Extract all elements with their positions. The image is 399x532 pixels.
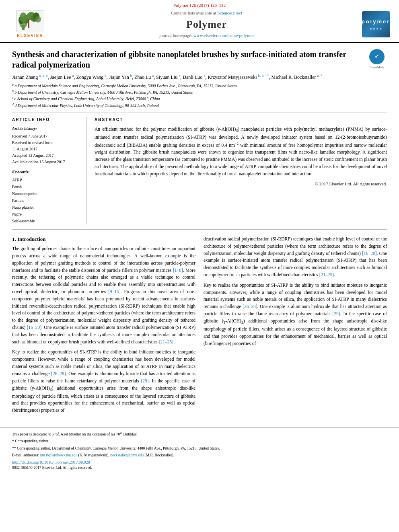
svg-rect-5 bbox=[28, 19, 29, 28]
ref-26-28-right[interactable]: [26–28] bbox=[243, 304, 257, 309]
body-right-column: deactivation radical polymerization (SI-… bbox=[204, 236, 387, 417]
body-content: 1. Introduction The grafting of polymer … bbox=[12, 236, 387, 417]
intro-paragraph1: The grafting of polymer chains to the su… bbox=[12, 245, 195, 345]
body-left-column: 1. Introduction The grafting of polymer … bbox=[12, 236, 195, 417]
main-content: Synthesis and characterization of gibbsi… bbox=[0, 43, 399, 424]
article-title-section: Synthesis and characterization of gibbsi… bbox=[12, 49, 387, 113]
journal-meta: Polymer 126 (2017) 126–132 bbox=[173, 2, 226, 8]
article-title-text: Synthesis and characterization of gibbsi… bbox=[12, 49, 361, 109]
keyword-nanoplatelet: Nano platelet bbox=[12, 204, 81, 211]
footnote-corresponding1: * Corresponding author. bbox=[12, 438, 387, 444]
abstract-column: ABSTRACT An efficient method for the pol… bbox=[95, 117, 387, 224]
footnote1: This paper is dedicated to Prof. Axel Mu… bbox=[12, 431, 387, 437]
affiliations: a a Department of Materials Science and … bbox=[12, 82, 361, 109]
page-container: Polymer 126 (2017) 126–132 bbox=[0, 0, 399, 474]
keyword-selfassembly: Self-assembly bbox=[12, 218, 81, 224]
crossmark-badge: ✓ CrossMark bbox=[367, 49, 387, 70]
keywords-section: Keywords: ATRP Brush Nanocomposite Parti… bbox=[12, 169, 81, 224]
ref-26-28[interactable]: [26–28] bbox=[51, 371, 66, 376]
journal-header: Polymer 126 (2017) 126–132 bbox=[0, 0, 399, 43]
article-history-label: Article history: bbox=[12, 126, 81, 131]
authors-line: Jianan Zhang a, b, c, Jaejun Lee a, Zong… bbox=[12, 73, 361, 81]
ref-21-25[interactable]: [21–25] bbox=[159, 339, 173, 344]
crossmark-label: CrossMark bbox=[370, 65, 384, 70]
homepage-link[interactable]: www.elsevier.com/locate/polymer bbox=[193, 33, 254, 38]
accepted-date: Accepted 12 August 2017 bbox=[12, 152, 81, 159]
svg-point-9 bbox=[35, 16, 41, 23]
keywords-label: Keywords: bbox=[12, 169, 81, 175]
page-footer: This paper is dedicated to Prof. Axel Mu… bbox=[0, 427, 399, 474]
article-info-column: ARTICLE INFO Article history: Received 7… bbox=[12, 117, 86, 224]
ref-9-15[interactable]: [9–15] bbox=[108, 289, 121, 294]
svg-point-4 bbox=[20, 12, 27, 22]
issn-line: 0032-3861/© 2017 Elsevier Ltd. All right… bbox=[12, 465, 387, 470]
ref-21-25-right[interactable]: [21–25] bbox=[319, 272, 334, 277]
intro-paragraph2: Key to realize the opportunities of SI-A… bbox=[12, 349, 195, 414]
homepage-line: journal homepage: www.elsevier.com/locat… bbox=[56, 33, 357, 39]
journal-name: Polymer bbox=[56, 17, 357, 32]
available-online: Available online 15 August 2017 bbox=[12, 159, 81, 165]
received-date: Received 7 June 2017 bbox=[12, 133, 81, 140]
ref-29[interactable]: [29] bbox=[141, 378, 148, 383]
article-info-abstract-section: ARTICLE INFO Article history: Received 7… bbox=[12, 117, 387, 230]
ref-16-20-right[interactable]: [16–20] bbox=[362, 251, 376, 256]
journal-center: Contents lists available at ScienceDirec… bbox=[52, 10, 361, 39]
footnote-emails: E-mail addresses: km3b@andrew.cmu.edu (K… bbox=[12, 452, 387, 458]
doi-anchor[interactable]: http://dx.doi.org/10.1016/j.polymer.2017… bbox=[12, 460, 90, 464]
revised-label: Received in revised form bbox=[12, 140, 81, 146]
elsevier-logo: ELSEVIER bbox=[8, 10, 52, 39]
keyword-atrp: ATRP bbox=[12, 177, 81, 183]
abstract-heading: ABSTRACT bbox=[95, 117, 387, 123]
elsevier-tree-image bbox=[16, 10, 44, 32]
sciencedirect-line: Contents lists available at ScienceDirec… bbox=[56, 10, 357, 16]
keyword-brush: Brush bbox=[12, 183, 81, 190]
article-info-heading: ARTICLE INFO bbox=[12, 117, 81, 123]
keyword-nanocomposite: Nanocomposite bbox=[12, 190, 81, 197]
email-link-2[interactable]: bockstaller@cmu.edu bbox=[110, 453, 144, 457]
abstract-text: An efficient method for the polymer modi… bbox=[95, 126, 387, 178]
crossmark-icon: ✓ bbox=[369, 49, 385, 64]
sciencedirect-link[interactable]: ScienceDirect bbox=[217, 10, 242, 15]
ref-16-20[interactable]: [16–20] bbox=[27, 325, 41, 330]
polymer-logo-decoration: ■ ■ ■ ■ bbox=[370, 27, 382, 31]
right-paragraph2: Key to realize the opportunities of SI-A… bbox=[204, 282, 387, 347]
ref-1-8[interactable]: [1–8] bbox=[173, 268, 183, 273]
keyword-nacre: Nacre bbox=[12, 211, 81, 218]
article-title: Synthesis and characterization of gibbsi… bbox=[12, 49, 361, 70]
footnote-corresponding2: ** Corresponding author. Department of C… bbox=[12, 446, 387, 451]
ref-29-right[interactable]: [29] bbox=[332, 311, 340, 316]
copyright-line: © 2017 Elsevier Ltd. All rights reserved… bbox=[95, 181, 387, 187]
keyword-particle: Particle bbox=[12, 197, 81, 204]
elsevier-brand-text: ELSEVIER bbox=[17, 33, 43, 39]
email-link-1[interactable]: km3b@andrew.cmu.edu bbox=[40, 453, 78, 457]
polymer-logo-text: polymer bbox=[362, 18, 391, 25]
polymer-logo: polymer ■ ■ ■ ■ bbox=[361, 11, 391, 37]
journal-header-inner: ELSEVIER Contents lists available at Sci… bbox=[8, 10, 391, 39]
intro-section-title: 1. Introduction bbox=[12, 236, 195, 243]
right-paragraph1: deactivation radical polymerization (SI-… bbox=[204, 236, 387, 279]
revised-date: 11 August 2017 bbox=[12, 146, 81, 152]
doi-link: http://dx.doi.org/10.1016/j.polymer.2017… bbox=[12, 460, 387, 465]
polymer-logo-box: polymer ■ ■ ■ ■ bbox=[362, 11, 390, 37]
